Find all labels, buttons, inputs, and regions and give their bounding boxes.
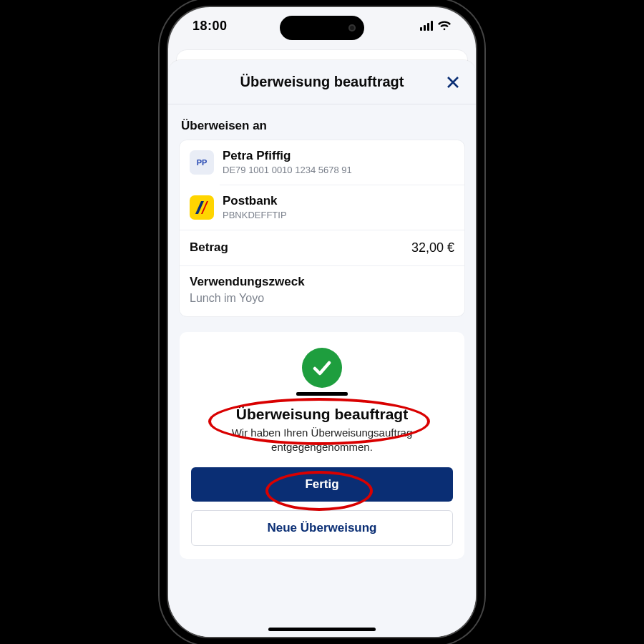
bank-name: Postbank [223,194,454,208]
phone-frame: 18:00 Überweisung beauftragt Überweisen … [168,7,476,637]
status-time: 18:00 [192,19,228,34]
sheet-header: Überweisung beauftragt [168,60,476,104]
new-transfer-button[interactable]: Neue Überweisung [191,510,453,546]
section-label-recipient: Überweisen an [181,119,464,133]
amount-label: Betrag [190,240,228,255]
amount-value: 32,00 € [411,240,454,255]
done-button[interactable]: Fertig [191,467,453,502]
transfer-details-card: PP Petra Pfiffig DE79 1001 0010 1234 567… [180,140,464,316]
home-indicator [268,628,376,631]
modal-sheet: Überweisung beauftragt Überweisen an PP … [168,60,476,637]
bank-bic: PBNKDEFFTIP [223,210,454,221]
close-button[interactable] [439,68,467,97]
sheet-stack: Überweisung beauftragt Überweisen an PP … [168,50,476,637]
bank-row: Postbank PBNKDEFFTIP [180,185,464,230]
purpose-row: Verwendungszweck Lunch im Yoyo [180,265,464,316]
wifi-icon [437,21,452,31]
amount-row: Betrag 32,00 € [180,230,464,265]
postbank-icon [191,197,213,218]
confirmation-title: Überweisung beauftragt [191,406,453,423]
recipient-name: Petra Pfiffig [223,149,454,163]
confirmation-subtitle: Wir haben Ihren Überweisungsauftrag entg… [191,426,453,455]
close-icon [445,74,461,90]
purpose-label: Verwendungszweck [190,275,454,289]
recipient-iban: DE79 1001 0010 1234 5678 91 [223,165,454,176]
bank-logo [190,195,214,220]
sheet-title: Überweisung beauftragt [240,74,404,90]
confirmation-card: Überweisung beauftragt Wir haben Ihren Ü… [180,332,464,560]
recipient-row: PP Petra Pfiffig DE79 1001 0010 1234 567… [180,140,464,185]
recipient-avatar: PP [190,150,214,175]
sheet-content: Überweisen an PP Petra Pfiffig DE79 1001… [168,104,476,559]
status-indicators [420,21,452,31]
status-bar: 18:00 [168,7,476,44]
success-badge [302,348,342,388]
badge-shadow [296,392,348,396]
purpose-value: Lunch im Yoyo [190,292,264,304]
cellular-icon [420,21,433,31]
check-icon [311,356,333,379]
